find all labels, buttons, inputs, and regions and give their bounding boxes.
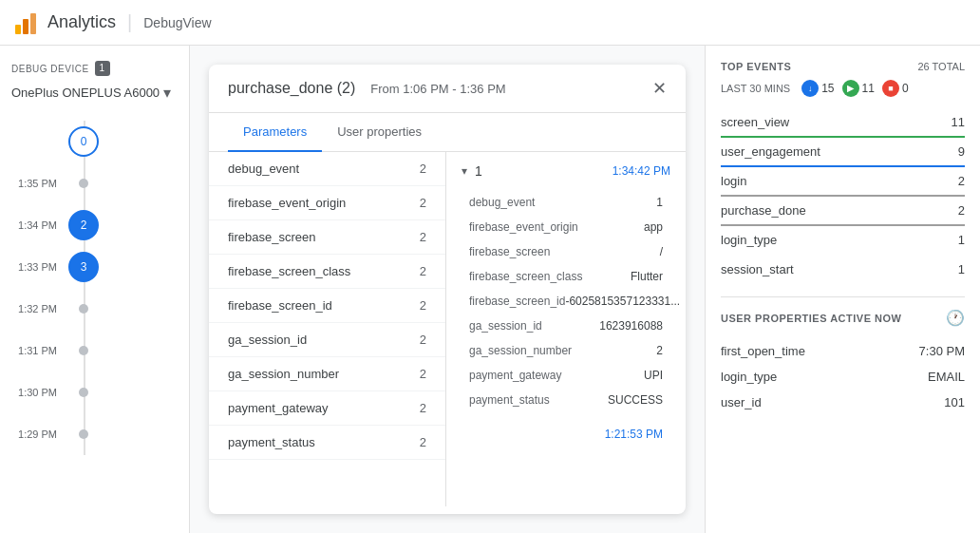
user-props-header: USER PROPERTIES ACTIVE NOW 🕐: [721, 309, 965, 327]
list-item[interactable]: ga_session_number 2: [209, 357, 445, 391]
top-events-header: TOP EVENTS 26 TOTAL: [721, 61, 965, 72]
event-list-item[interactable]: login_type 1: [721, 226, 965, 256]
event-count: 1: [958, 233, 965, 247]
timeline-dot: [79, 388, 88, 397]
list-item[interactable]: firebase_event_origin 2: [209, 186, 445, 220]
param-count: 2: [420, 162, 426, 176]
detail-row: firebase_screen_id -6025815357123331...: [462, 289, 670, 314]
detail-value: Flutter: [631, 270, 663, 283]
timeline-item: 1:29 PM: [11, 413, 99, 455]
event-detail: ▾ 1 1:34:42 PM debug_event 1 firebase_ev…: [446, 152, 686, 506]
user-prop-row: first_open_time 7:30 PM: [721, 338, 965, 364]
badge-blue-count: 15: [821, 82, 834, 95]
list-item[interactable]: ga_session_id 2: [209, 323, 445, 357]
detail-key: payment_gateway: [469, 369, 561, 382]
detail-value: 1623916088: [599, 319, 663, 333]
event-count: 11: [952, 115, 965, 129]
detail-row: firebase_screen /: [462, 239, 670, 264]
tab-parameters[interactable]: Parameters: [228, 113, 322, 152]
detail-key: ga_session_number: [469, 344, 572, 357]
detail-key: ga_session_id: [469, 319, 542, 333]
param-name: ga_session_number: [228, 367, 339, 381]
param-name: firebase_screen_id: [228, 298, 332, 313]
event-name: screen_view: [721, 115, 789, 129]
event-list-item[interactable]: screen_view 11: [721, 108, 965, 138]
event-count: 2: [958, 203, 965, 218]
chevron-down-icon: ▾: [462, 164, 467, 178]
dialog-header: purchase_done (2) From 1:06 PM - 1:36 PM…: [209, 65, 686, 113]
logo-bar-3: [30, 13, 36, 34]
list-item[interactable]: firebase_screen 2: [209, 220, 445, 255]
user-prop-value: 101: [944, 395, 965, 409]
detail-key: payment_status: [469, 393, 550, 407]
detail-row: firebase_screen_class Flutter: [462, 264, 670, 289]
list-item[interactable]: payment_gateway 2: [209, 391, 445, 426]
event-list-item[interactable]: user_engagement 9: [721, 138, 965, 167]
event-footer-time: 1:21:53 PM: [462, 420, 670, 441]
app-title: Analytics: [47, 12, 116, 32]
detail-row: ga_session_id 1623916088: [462, 314, 670, 338]
stop-icon: ■: [882, 80, 899, 97]
left-panel: DEBUG DEVICE 1 OnePlus ONEPLUS A6000 ▾ 0…: [0, 46, 190, 533]
timeline-node: [68, 346, 99, 355]
debug-device-label: DEBUG DEVICE 1: [11, 61, 178, 76]
detail-key: firebase_event_origin: [469, 220, 578, 234]
close-icon[interactable]: ✕: [652, 80, 667, 97]
user-prop-key: first_open_time: [721, 344, 805, 358]
timeline-item: 1:35 PM: [11, 162, 99, 204]
event-name: login: [721, 174, 746, 188]
dialog-tabs: Parameters User properties: [209, 113, 686, 152]
device-name: OnePlus ONEPLUS A6000: [11, 86, 160, 100]
timeline-time: 1:34 PM: [11, 219, 57, 231]
timeline-item: 1:30 PM: [11, 371, 99, 413]
user-prop-key: user_id: [721, 395, 762, 409]
history-icon: 🕐: [946, 309, 965, 327]
timeline-node: [68, 179, 99, 188]
list-item[interactable]: firebase_screen_class 2: [209, 255, 445, 289]
user-props-title: USER PROPERTIES ACTIVE NOW: [721, 313, 901, 324]
timeline-time: 1:35 PM: [11, 178, 57, 189]
detail-key: firebase_screen_class: [469, 270, 582, 283]
device-selector[interactable]: OnePlus ONEPLUS A6000 ▾: [11, 84, 178, 102]
param-name: payment_status: [228, 435, 315, 449]
right-panel: TOP EVENTS 26 TOTAL LAST 30 MINS ↓ 15 ▶ …: [705, 46, 980, 533]
param-name: ga_session_id: [228, 333, 307, 347]
param-count: 2: [420, 401, 426, 415]
detail-key: firebase_screen_id: [469, 295, 565, 308]
list-item[interactable]: debug_event 2: [209, 152, 445, 186]
detail-value: 2: [656, 344, 663, 357]
app-header: Analytics | DebugView: [0, 0, 980, 46]
param-name: debug_event: [228, 162, 299, 176]
timeline-circle-selected[interactable]: 2: [68, 210, 99, 240]
badge-red: ■ 0: [882, 80, 909, 97]
logo-bar-1: [15, 25, 21, 34]
event-list-item[interactable]: login 2: [721, 167, 965, 197]
event-list-item[interactable]: session_start 1: [721, 256, 965, 285]
tab-user-properties[interactable]: User properties: [322, 113, 437, 152]
user-prop-row: login_type EMAIL: [721, 364, 965, 390]
timeline-circle[interactable]: 3: [68, 252, 99, 282]
event-dialog: purchase_done (2) From 1:06 PM - 1:36 PM…: [209, 65, 686, 514]
center-panel: purchase_done (2) From 1:06 PM - 1:36 PM…: [190, 46, 705, 533]
timeline: 0 1:35 PM 1:34 PM 2 1:33 PM: [11, 121, 178, 455]
timeline-node: [68, 429, 99, 439]
event-name: purchase_done: [721, 203, 806, 218]
event-detail-header: ▾ 1 1:34:42 PM: [462, 163, 670, 179]
detail-value: UPI: [644, 369, 663, 382]
list-item[interactable]: payment_status 2: [209, 426, 445, 460]
timeline-node: 2: [68, 210, 99, 240]
timeline-item: 0: [11, 121, 99, 162]
timeline-node: [68, 388, 99, 397]
event-num: 1: [475, 163, 482, 179]
timeline-item: 1:32 PM: [11, 288, 99, 330]
timeline-time: 1:30 PM: [11, 387, 57, 398]
detail-row: payment_gateway UPI: [462, 363, 670, 388]
event-list-item[interactable]: purchase_done 2: [721, 197, 965, 226]
detail-key: debug_event: [469, 196, 535, 209]
timeline-dot: [79, 346, 88, 355]
timeline-node: [68, 304, 99, 314]
user-prop-value: EMAIL: [928, 370, 965, 384]
param-count: 2: [420, 196, 426, 210]
list-item[interactable]: firebase_screen_id 2: [209, 289, 445, 323]
badge-red-count: 0: [902, 82, 909, 95]
